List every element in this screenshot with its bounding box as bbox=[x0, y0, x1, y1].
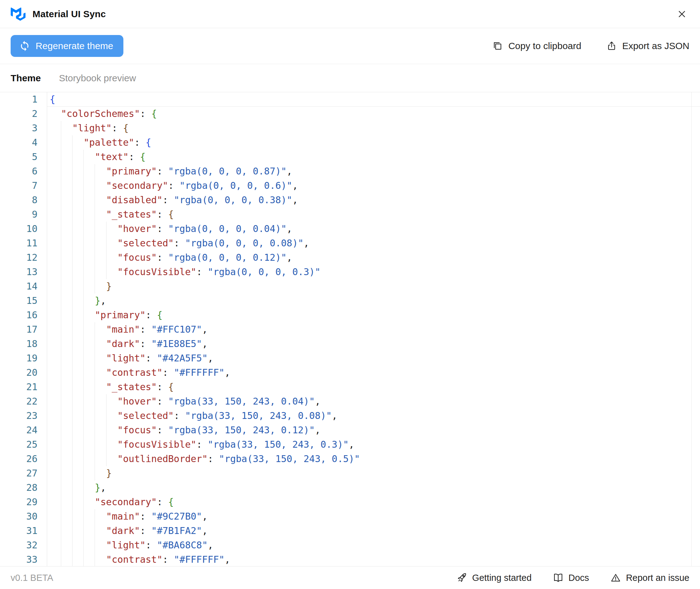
line-number: 15 bbox=[0, 293, 47, 308]
code-lines[interactable]: 1{2 "colorSchemes": {3 "light": {4 "pale… bbox=[0, 92, 700, 566]
code-token: , bbox=[292, 180, 298, 191]
code-content[interactable]: "focus": "rgba(33, 150, 243, 0.12)", bbox=[47, 423, 700, 437]
line-number: 4 bbox=[0, 135, 47, 150]
indent-guide bbox=[72, 279, 72, 293]
code-content[interactable]: "hover": "rgba(33, 150, 243, 0.04)", bbox=[47, 394, 700, 409]
indent-guide bbox=[72, 366, 72, 380]
code-content[interactable]: "outlinedBorder": "rgba(33, 150, 243, 0.… bbox=[47, 452, 700, 466]
indent-guide bbox=[72, 452, 72, 466]
close-button[interactable] bbox=[674, 7, 689, 22]
code-line: 18 "dark": "#1E88E5", bbox=[0, 337, 700, 351]
code-content[interactable]: "primary": { bbox=[47, 308, 700, 322]
getting-started-link[interactable]: Getting started bbox=[457, 572, 532, 583]
export-as-json-button[interactable]: Export as JSON bbox=[606, 41, 689, 51]
code-token: "dark" bbox=[106, 338, 140, 349]
line-number: 9 bbox=[0, 207, 47, 222]
line-number: 1 bbox=[0, 92, 47, 107]
code-content[interactable]: "_states": { bbox=[47, 207, 700, 222]
line-number: 6 bbox=[0, 164, 47, 179]
code-token: "#42A5F5" bbox=[157, 353, 208, 364]
code-content[interactable]: "contrast": "#FFFFFF", bbox=[47, 552, 700, 566]
code-token: } bbox=[95, 295, 100, 306]
code-token: } bbox=[106, 281, 112, 292]
code-token: : bbox=[140, 108, 151, 119]
code-line: 1{ bbox=[0, 92, 700, 107]
indent-guide bbox=[72, 150, 72, 164]
line-number: 26 bbox=[0, 452, 47, 466]
code-token: "contrast" bbox=[106, 367, 163, 378]
code-content[interactable]: "light": "#BA68C8", bbox=[47, 538, 700, 552]
regenerate-theme-button[interactable]: Regenerate theme bbox=[11, 35, 123, 57]
code-content[interactable]: "palette": { bbox=[47, 135, 700, 150]
code-content[interactable]: }, bbox=[47, 293, 700, 308]
code-content[interactable]: "hover": "rgba(0, 0, 0, 0.04)", bbox=[47, 222, 700, 236]
code-content[interactable]: "_states": { bbox=[47, 380, 700, 394]
line-number: 20 bbox=[0, 366, 47, 380]
line-number: 27 bbox=[0, 466, 47, 480]
copy-to-clipboard-button[interactable]: Copy to clipboard bbox=[492, 41, 581, 51]
code-content[interactable]: "focusVisible": "rgba(33, 150, 243, 0.3)… bbox=[47, 437, 700, 452]
code-content[interactable]: "colorSchemes": { bbox=[47, 107, 700, 121]
code-content[interactable]: "light": "#42A5F5", bbox=[47, 351, 700, 366]
report-an-issue-link[interactable]: Report an issue bbox=[610, 572, 689, 583]
code-content[interactable]: "dark": "#7B1FA2", bbox=[47, 524, 700, 538]
code-content[interactable]: "focusVisible": "rgba(0, 0, 0, 0.3)" bbox=[47, 265, 700, 279]
code-token: "main" bbox=[106, 324, 140, 335]
code-line: 17 "main": "#FFC107", bbox=[0, 322, 700, 337]
indent-guide bbox=[106, 409, 106, 423]
indent-guide bbox=[95, 437, 95, 452]
code-token: : bbox=[145, 353, 157, 364]
code-content[interactable]: "primary": "rgba(0, 0, 0, 0.87)", bbox=[47, 164, 700, 179]
indent-guide bbox=[72, 322, 72, 337]
code-content[interactable]: }, bbox=[47, 480, 700, 495]
code-content[interactable]: "focus": "rgba(0, 0, 0, 0.12)", bbox=[47, 250, 700, 265]
code-token: "rgba(0, 0, 0, 0.08)" bbox=[185, 238, 304, 248]
code-line: 2 "colorSchemes": { bbox=[0, 107, 700, 121]
indent-guide bbox=[83, 366, 84, 380]
docs-link[interactable]: Docs bbox=[553, 572, 589, 583]
indent-guide bbox=[95, 207, 95, 222]
line-number: 28 bbox=[0, 480, 47, 495]
code-token: "colorSchemes" bbox=[61, 108, 140, 119]
indent-guide bbox=[72, 538, 72, 552]
code-line: 19 "light": "#42A5F5", bbox=[0, 351, 700, 366]
code-content[interactable]: { bbox=[47, 92, 700, 107]
code-token: "#1E88E5" bbox=[151, 338, 202, 349]
code-token: "primary" bbox=[106, 166, 157, 177]
tab-storybook-preview[interactable]: Storybook preview bbox=[59, 73, 136, 83]
line-number: 13 bbox=[0, 265, 47, 279]
code-token: "light" bbox=[106, 540, 145, 551]
code-line: 22 "hover": "rgba(33, 150, 243, 0.04)", bbox=[0, 394, 700, 409]
code-content[interactable]: "secondary": { bbox=[47, 495, 700, 509]
code-content[interactable]: "main": "#9C27B0", bbox=[47, 509, 700, 524]
code-line: 14 } bbox=[0, 279, 700, 293]
code-token: "#FFFFFF" bbox=[174, 367, 225, 378]
code-token: "text" bbox=[95, 151, 129, 162]
code-token: : bbox=[140, 338, 151, 349]
code-content[interactable]: } bbox=[47, 466, 700, 480]
code-content[interactable]: "selected": "rgba(33, 150, 243, 0.08)", bbox=[47, 409, 700, 423]
code-line: 6 "primary": "rgba(0, 0, 0, 0.87)", bbox=[0, 164, 700, 179]
code-content[interactable]: "light": { bbox=[47, 121, 700, 135]
indent-guide bbox=[72, 495, 72, 509]
code-content[interactable]: "dark": "#1E88E5", bbox=[47, 337, 700, 351]
code-token bbox=[50, 324, 106, 335]
code-content[interactable]: "disabled": "rgba(0, 0, 0, 0.38)", bbox=[47, 193, 700, 207]
code-line: 5 "text": { bbox=[0, 150, 700, 164]
code-token: "_states" bbox=[106, 209, 157, 220]
code-content[interactable]: "contrast": "#FFFFFF", bbox=[47, 366, 700, 380]
code-content[interactable]: "main": "#FFC107", bbox=[47, 322, 700, 337]
indent-guide bbox=[72, 409, 72, 423]
code-token: } bbox=[95, 482, 100, 493]
code-content[interactable]: "secondary": "rgba(0, 0, 0, 0.6)", bbox=[47, 179, 700, 193]
code-token: "selected" bbox=[117, 410, 174, 421]
code-content[interactable]: "selected": "rgba(0, 0, 0, 0.08)", bbox=[47, 236, 700, 250]
tab-theme[interactable]: Theme bbox=[11, 73, 41, 83]
code-content[interactable]: "text": { bbox=[47, 150, 700, 164]
indent-guide bbox=[72, 250, 72, 265]
indent-guide bbox=[72, 394, 72, 409]
indent-guide bbox=[83, 351, 84, 366]
tab-bar: Theme Storybook preview bbox=[0, 64, 700, 92]
code-content[interactable]: } bbox=[47, 279, 700, 293]
code-token: : bbox=[140, 324, 151, 335]
